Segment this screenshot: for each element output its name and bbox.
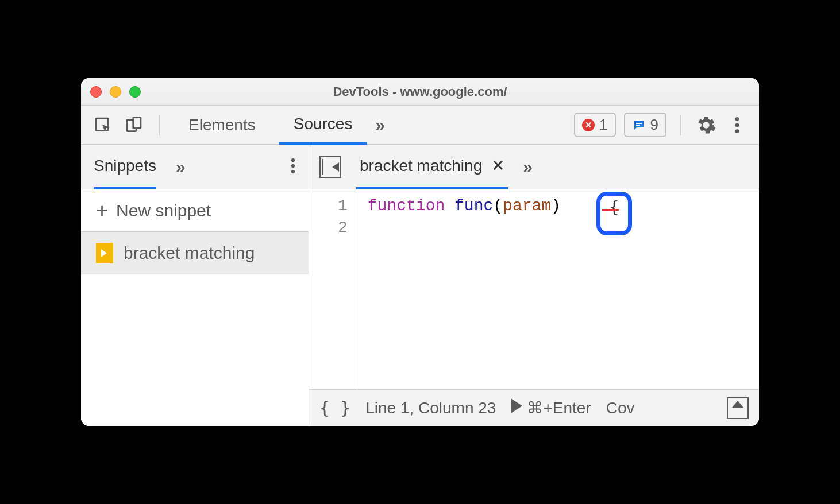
kebab-menu-icon[interactable] <box>726 114 749 137</box>
editor-tab-active[interactable]: bracket matching ✕ <box>356 145 508 189</box>
tab-sources[interactable]: Sources <box>279 106 368 145</box>
new-snippet-button[interactable]: + New snippet <box>81 189 309 232</box>
editor-tabs: bracket matching ✕ » <box>309 145 759 189</box>
token-paren: ( <box>493 197 503 215</box>
more-editor-tabs-icon[interactable]: » <box>523 157 533 177</box>
message-icon <box>632 118 646 132</box>
editor-pane: bracket matching ✕ » 1 2 function func(p… <box>309 145 759 426</box>
snippet-file-icon <box>96 243 113 263</box>
sidebar-tab-snippets[interactable]: Snippets <box>94 145 156 189</box>
sidebar-header: Snippets » <box>81 145 309 189</box>
error-icon: ✕ <box>582 119 595 131</box>
drawer-toggle-icon[interactable] <box>727 397 749 419</box>
errors-count: 1 <box>599 116 607 134</box>
bracket-highlight-annotation: { <box>596 192 632 235</box>
format-code-icon[interactable]: { } <box>319 398 350 418</box>
snippet-name: bracket matching <box>124 243 255 263</box>
coverage-label[interactable]: Cov <box>606 399 635 417</box>
maximize-window-button[interactable] <box>129 86 141 98</box>
error-underline <box>602 209 619 211</box>
close-tab-icon[interactable]: ✕ <box>491 156 504 175</box>
close-window-button[interactable] <box>90 86 102 98</box>
token-function-name: func <box>454 197 493 215</box>
settings-icon[interactable] <box>695 114 718 137</box>
inspect-element-icon[interactable] <box>91 114 114 137</box>
svg-point-7 <box>735 129 739 133</box>
svg-point-10 <box>291 169 295 173</box>
code-editor[interactable]: 1 2 function func(param) { <box>309 189 759 389</box>
window-title: DevTools - www.google.com/ <box>81 84 759 99</box>
editor-tab-label: bracket matching <box>360 157 482 175</box>
plus-icon: + <box>96 200 108 221</box>
svg-rect-4 <box>636 125 640 126</box>
svg-point-5 <box>735 117 739 121</box>
status-bar: { } Line 1, Column 23 ⌘+Enter Cov <box>309 389 759 426</box>
token-brace: { <box>610 198 619 217</box>
body-area: Snippets » + New snippet bracket matchin… <box>81 145 759 426</box>
line-number: 1 <box>338 195 348 217</box>
token-paren: ) <box>551 197 561 215</box>
run-snippet-button[interactable]: ⌘+Enter <box>511 398 591 417</box>
messages-count: 9 <box>650 116 658 134</box>
more-tabs-icon[interactable]: » <box>375 115 385 135</box>
messages-badge[interactable]: 9 <box>624 113 666 137</box>
sidebar: Snippets » + New snippet bracket matchin… <box>81 145 309 426</box>
token-param: param <box>503 197 551 215</box>
more-sidebar-tabs-icon[interactable]: » <box>176 157 186 177</box>
new-snippet-label: New snippet <box>116 201 211 220</box>
toolbar-separator <box>159 115 160 135</box>
svg-point-9 <box>291 164 295 167</box>
svg-point-6 <box>735 123 739 127</box>
sidebar-kebab-icon[interactable] <box>290 157 296 177</box>
snippet-item[interactable]: bracket matching <box>81 232 309 274</box>
run-hint: ⌘+Enter <box>527 399 591 417</box>
main-toolbar: Elements Sources » ✕ 1 9 <box>81 106 759 145</box>
play-icon <box>511 398 522 413</box>
svg-rect-3 <box>636 123 642 124</box>
devtools-window: DevTools - www.google.com/ Elements Sour… <box>81 78 759 426</box>
svg-point-8 <box>291 158 295 161</box>
token-keyword: function <box>368 197 445 215</box>
line-gutter: 1 2 <box>309 189 357 389</box>
code-content: function func(param) <box>357 189 571 389</box>
svg-rect-0 <box>96 118 108 130</box>
errors-badge[interactable]: ✕ 1 <box>574 113 615 137</box>
tab-elements[interactable]: Elements <box>174 106 271 145</box>
traffic-lights <box>90 86 141 98</box>
device-toggle-icon[interactable] <box>122 114 145 137</box>
cursor-position: Line 1, Column 23 <box>365 399 496 417</box>
minimize-window-button[interactable] <box>110 86 121 98</box>
navigator-toggle-icon[interactable] <box>319 156 341 178</box>
line-number: 2 <box>338 217 348 239</box>
svg-rect-2 <box>133 117 141 128</box>
toolbar-separator <box>680 115 681 135</box>
titlebar: DevTools - www.google.com/ <box>81 78 759 106</box>
